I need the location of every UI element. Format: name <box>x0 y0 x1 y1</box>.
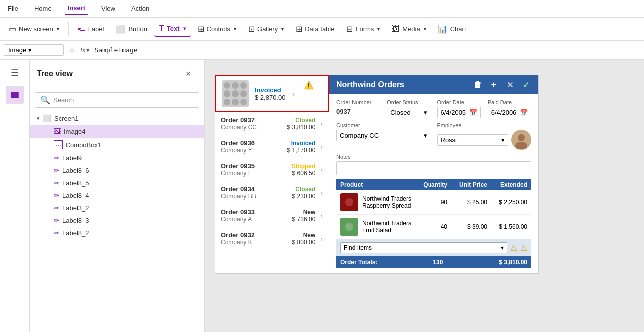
text-button[interactable]: T Text <box>154 22 191 37</box>
label-icon: ✏ <box>54 167 59 174</box>
expand-icon: ▾ <box>37 115 40 122</box>
employee-value: Rossi <box>441 136 457 144</box>
label-button[interactable]: 🏷 Label <box>73 22 109 36</box>
order-list-item[interactable]: Order 0935 Company I Shipped $ 606.50 › <box>215 158 329 181</box>
customer-label: Customer <box>336 122 430 128</box>
tree-view-label: Tree view <box>37 69 73 78</box>
status-chevron: ▾ <box>424 109 427 116</box>
order-list-item[interactable]: Order 0937 Company CC Closed $ 3,810.00 … <box>215 112 329 135</box>
new-screen-button[interactable]: ▭ New screen <box>4 22 64 36</box>
tree-item-label8-3[interactable]: ✏ Label8_3 <box>30 214 204 227</box>
detail-header: Northwind Orders 🗑 + ✕ ✓ <box>329 75 538 94</box>
order-status-input[interactable]: Closed ▾ <box>387 107 430 118</box>
label-icon: ✏ <box>54 192 59 199</box>
tree-item-combobox1[interactable]: ··· ComboBox1 <box>30 138 204 152</box>
controls-button[interactable]: ⊞ Controls <box>193 22 241 36</box>
app-title: Northwind Orders <box>336 80 404 89</box>
search-input[interactable] <box>53 96 194 104</box>
paid-date-field: Paid Date 6/4/2006 📅 <box>488 99 531 118</box>
chevron-right-icon: › <box>320 143 323 151</box>
gallery-button[interactable]: ⊡ Gallery <box>243 22 289 36</box>
col-product-header: Product <box>340 181 413 188</box>
customer-input[interactable]: Company CC ▾ <box>336 130 430 141</box>
order-status: New <box>292 209 316 216</box>
product-price: $ 39.00 <box>447 223 487 230</box>
find-items-select[interactable]: Find Items ▾ <box>340 242 507 253</box>
notes-label: Notes <box>336 154 531 160</box>
top-order-item[interactable]: Invoiced $ 2,870.00 ⚠️ › <box>215 75 329 112</box>
label-icon: 🏷 <box>78 25 86 34</box>
order-right: Invoiced $ 1,170.00 › <box>287 140 323 154</box>
menu-action[interactable]: Action <box>128 3 152 14</box>
media-button[interactable]: 🖼 Media <box>387 22 430 36</box>
order-date-input[interactable]: 6/4/2005 📅 <box>437 107 481 118</box>
col-ext-header: Extended <box>487 181 527 188</box>
label-icon: ✏ <box>54 204 59 212</box>
order-amount: $ 800.00 <box>292 239 316 246</box>
find-items-label: Find Items <box>344 244 372 251</box>
data-table-button[interactable]: ⊞ Data table <box>291 22 339 36</box>
order-number: Order 0934 <box>221 185 256 193</box>
menu-view[interactable]: View <box>98 3 118 14</box>
layers-button[interactable] <box>6 86 24 104</box>
tree-item-label3-2[interactable]: ✏ Label3_2 <box>30 202 204 214</box>
order-list-item[interactable]: Order 0933 Company A New $ 736.00 › <box>215 204 329 227</box>
employee-field: Employee Rossi ▾ <box>437 122 532 150</box>
product-img-svg <box>342 220 356 234</box>
order-totals-row: Order Totals: 130 $ 3,810.00 <box>336 256 531 268</box>
product-name: Northwind Traders Fruit Salad <box>362 220 413 234</box>
order-amount: $ 230.00 <box>292 193 316 200</box>
x-mark-icon[interactable]: ✕ <box>504 79 515 90</box>
order-right-inner: Closed $ 230.00 <box>292 186 316 200</box>
divider <box>68 22 69 36</box>
image-grid-placeholder <box>222 80 249 107</box>
text-icon: T <box>159 24 164 33</box>
tree-header: Tree view × <box>30 60 204 88</box>
label-icon: ✏ <box>54 154 59 162</box>
fx-button[interactable]: fx ▾ <box>80 46 90 54</box>
check-icon[interactable]: ✓ <box>520 79 531 90</box>
hamburger-button[interactable]: ☰ <box>6 64 24 82</box>
order-list-item[interactable]: Order 0936 Company Y Invoiced $ 1,170.00… <box>215 135 329 158</box>
chart-button[interactable]: 📊 Chart <box>433 22 471 36</box>
warning-icon-top: ⚠️ <box>304 80 314 90</box>
table-row[interactable]: Northwind Traders Fruit Salad 40 $ 39.00… <box>336 215 531 239</box>
tree-item-label8-2[interactable]: ✏ Label8_2 <box>30 227 204 239</box>
employee-avatar-svg <box>512 131 530 149</box>
trash-icon[interactable]: 🗑 <box>472 79 483 90</box>
menu-file[interactable]: File <box>5 3 21 14</box>
tree-item-image4[interactable]: 🖼 Image4 <box>30 125 204 138</box>
notes-input[interactable] <box>336 161 531 175</box>
tree-search-box[interactable]: 🔍 <box>35 92 199 108</box>
formula-input[interactable] <box>93 45 640 55</box>
button-button[interactable]: ⬜ Button <box>111 22 152 36</box>
tree-item-label8-6[interactable]: ✏ Label8_6 <box>30 164 204 177</box>
menu-home[interactable]: Home <box>31 3 55 14</box>
element-selector[interactable]: Image ▾ <box>4 44 64 56</box>
order-company: Company K <box>221 239 255 246</box>
chevron-right-icon: › <box>320 120 323 128</box>
order-number: Order 0932 <box>221 231 255 239</box>
order-number-label: Order Number <box>336 99 380 105</box>
tree-item-label8-4[interactable]: ✏ Label8_4 <box>30 189 204 202</box>
svg-rect-1 <box>11 94 19 96</box>
employee-chevron: ▾ <box>501 136 505 144</box>
order-amount: $ 606.50 <box>292 170 315 177</box>
forms-button[interactable]: ⊟ Forms <box>341 22 385 36</box>
employee-input[interactable]: Rossi ▾ <box>437 134 509 146</box>
tree-item-label9[interactable]: ✏ Label9 <box>30 152 204 164</box>
order-left: Order 0932 Company K <box>221 231 255 246</box>
table-row[interactable]: Northwind Traders Raspberry Spread 90 $ … <box>336 190 531 215</box>
order-company: Company CC <box>221 124 257 131</box>
order-number: Order 0937 <box>221 116 257 124</box>
order-right: Closed $ 3,810.00 › <box>287 117 323 131</box>
menu-insert[interactable]: Insert <box>65 2 88 15</box>
paid-date-input[interactable]: 6/4/2006 📅 <box>488 107 531 118</box>
tree-item-label8-5[interactable]: ✏ Label8_5 <box>30 177 204 189</box>
plus-icon[interactable]: + <box>488 79 499 90</box>
tree-item-screen1[interactable]: ▾ ⬜ Screen1 <box>30 112 204 125</box>
close-tree-button[interactable]: × <box>179 65 197 83</box>
svg-rect-2 <box>11 96 19 98</box>
order-list-item[interactable]: Order 0932 Company K New $ 800.00 › <box>215 227 329 250</box>
order-list-item[interactable]: Order 0934 Company BB Closed $ 230.00 › <box>215 181 329 204</box>
